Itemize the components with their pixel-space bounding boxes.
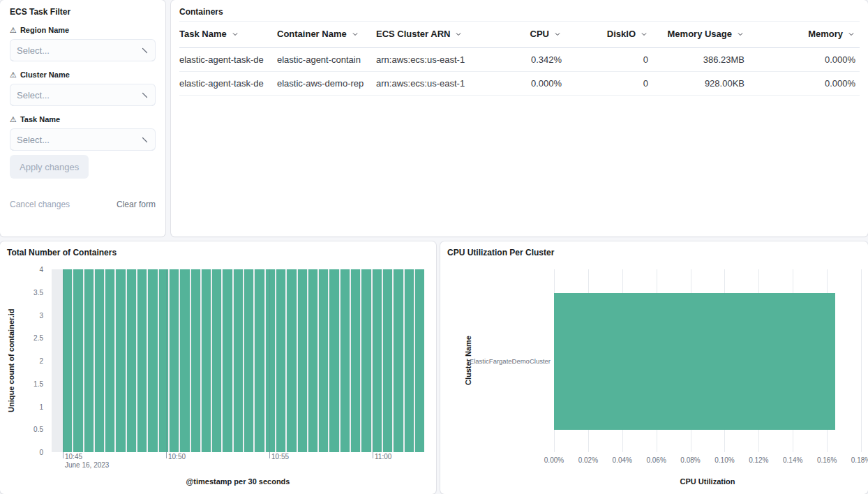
bar[interactable] [212,269,221,452]
containers-panel-title: Containers [179,7,860,17]
y-tick-label: 1.5 [33,380,43,388]
gridline [269,269,270,452]
field-label: Task Name [20,115,60,123]
y-tick-label: 3.5 [33,289,43,297]
column-label: CPU [530,29,549,39]
clear-form-link[interactable]: Clear form [117,200,156,209]
select-placeholder: Select... [17,90,50,100]
x-tick-label: 0.06% [639,456,674,464]
field-label-row: ⚠Task Name [10,115,156,123]
bar[interactable] [394,269,403,452]
bar[interactable] [191,269,200,452]
x-tick-label: 10:55 [271,453,289,461]
x-axis-title: @timestamp per 30 seconds [52,477,424,486]
filter-footer: Cancel changes Clear form [10,200,156,209]
x-tick-label: 10:45 [65,453,82,461]
gridline [861,269,862,452]
bar[interactable] [308,269,317,452]
task-name-select[interactable]: Select... [10,128,156,151]
bar[interactable] [84,269,93,452]
x-tick-label: 0.02% [571,456,606,464]
sort-chevron-icon [553,30,562,40]
bar[interactable] [298,269,307,452]
bar[interactable] [383,269,392,452]
filter-field-cluster-name: ⚠Cluster NameSelect... [10,70,156,106]
bar[interactable] [127,269,136,452]
bar[interactable] [116,269,125,452]
gridline [373,269,373,452]
bar[interactable] [554,293,835,430]
containers-panel: Containers Task NameContainer NameECS Cl… [171,0,868,237]
cancel-changes-link[interactable]: Cancel changes [10,200,70,209]
field-label: Region Name [20,26,69,34]
bar[interactable] [341,269,350,452]
y-tick-label: 2 [39,357,43,365]
column-header-cpu[interactable]: CPU [481,22,566,48]
table-cell: 0.000% [481,72,566,96]
bar[interactable] [137,269,147,452]
bar[interactable] [329,269,338,452]
containers-table: Task NameContainer NameECS Cluster ARNCP… [179,21,860,96]
region-name-select[interactable]: Select... [10,39,156,61]
bar[interactable] [202,269,211,452]
table-cell: 0.000% [749,48,860,72]
column-label: Task Name [179,29,227,39]
bar[interactable] [276,269,285,452]
x-axis-date-label: June 16, 2023 [65,461,109,469]
filter-field-region-name: ⚠Region NameSelect... [10,26,156,61]
x-axis-title: CPU Utilization [554,477,861,486]
filter-panel-title: ECS Task Filter [10,7,156,17]
bar[interactable] [63,269,72,452]
column-header-ecs-cluster-arn[interactable]: ECS Cluster ARN [376,22,481,48]
field-label-row: ⚠Cluster Name [10,70,156,79]
bar[interactable] [361,269,371,452]
total-containers-chart-panel: Total Number of Containers Unique count … [0,241,436,494]
bar[interactable] [180,269,189,452]
plot-area [554,269,861,452]
table-cell: 928.00KB [652,72,749,96]
cluster-name-select[interactable]: Select... [10,84,156,106]
x-tick-label: 0.10% [707,456,742,464]
bar[interactable] [266,269,275,452]
bar[interactable] [255,269,264,452]
bar[interactable] [373,269,382,452]
column-header-diskio[interactable]: DiskIO [566,22,652,48]
y-tick-label: 0.5 [33,426,43,433]
column-label: Memory Usage [668,29,732,39]
field-label: Cluster Name [20,70,70,79]
x-tick-label: 0.18% [844,456,868,464]
bar[interactable] [319,269,328,452]
y-tick-label: 2.5 [33,334,43,342]
y-tick-label: 1 [39,403,43,411]
column-header-memory[interactable]: Memory [749,22,860,48]
sort-chevron-icon [351,30,359,40]
column-header-container-name[interactable]: Container Name [277,22,376,48]
x-tick-label: 0.14% [775,456,810,464]
filter-field-task-name: ⚠Task NameSelect... [10,115,156,151]
bar[interactable] [73,269,82,452]
bar[interactable] [95,269,104,452]
bar[interactable] [234,269,243,452]
bar[interactable] [148,269,157,452]
bar[interactable] [105,269,114,452]
column-header-memory-usage[interactable]: Memory Usage [652,22,749,48]
bar[interactable] [405,269,414,452]
bar[interactable] [170,269,179,452]
column-label: Memory [808,29,843,39]
cpu-utilization-chart-panel: CPU Utilization Per Cluster Cluster Name… [440,241,868,494]
tick-mark [63,452,63,458]
column-header-task-name[interactable]: Task Name [179,22,277,48]
bar[interactable] [244,269,253,452]
bar[interactable] [223,269,232,452]
tick-mark [166,452,167,458]
x-tick-label: 0.08% [673,456,708,464]
gridline [63,269,63,452]
apply-changes-button[interactable]: Apply changes [10,155,89,179]
y-tick-label: 3 [39,312,43,320]
table-cell: arn:aws:ecs:us-east-1 [376,72,481,96]
bar[interactable] [415,269,424,452]
select-placeholder: Select... [17,45,50,56]
bar[interactable] [351,269,360,452]
chart-title: CPU Utilization Per Cluster [447,248,554,257]
bar[interactable] [287,269,296,452]
